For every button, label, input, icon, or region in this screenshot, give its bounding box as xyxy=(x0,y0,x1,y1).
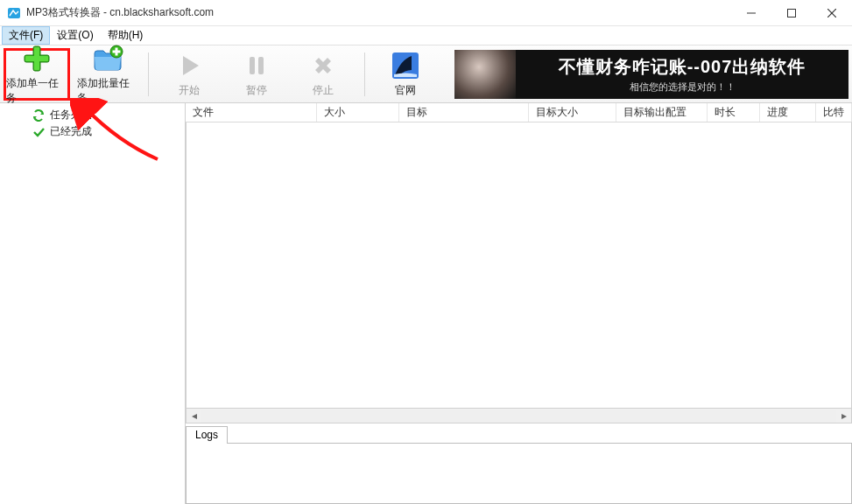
svg-rect-8 xyxy=(25,56,48,61)
ad-headline: 不懂财务咋记账--007出纳软件 xyxy=(559,55,806,79)
stop-x-icon xyxy=(307,50,339,81)
shark-icon xyxy=(390,50,421,81)
title-bar: MP3格式转换器 - cn.blacksharksoft.com xyxy=(0,0,852,26)
svg-rect-0 xyxy=(8,8,20,18)
content-pane: 文件 大小 目标 目标大小 目标输出配置 时长 进度 比特 ◂ ▸ Logs xyxy=(186,103,852,504)
logs-tabstrip: Logs xyxy=(186,425,852,443)
table-body[interactable] xyxy=(186,122,852,409)
svg-rect-13 xyxy=(258,57,264,74)
maximize-button[interactable] xyxy=(771,0,812,26)
toolbar-separator xyxy=(148,52,149,96)
tree-label-task-list: 任务列表 xyxy=(50,108,92,122)
toolbar: 添加单一任务 添加批量任务 开始 暂停 停止 xyxy=(0,46,852,103)
app-icon xyxy=(7,6,21,20)
pause-button[interactable]: 暂停 xyxy=(226,48,286,101)
window-title: MP3格式转换器 - cn.blacksharksoft.com xyxy=(26,5,214,20)
refresh-icon xyxy=(32,109,45,121)
horizontal-scrollbar[interactable]: ◂ ▸ xyxy=(186,409,852,424)
add-batch-task-label: 添加批量任务 xyxy=(77,76,137,106)
stop-label: 停止 xyxy=(313,83,334,98)
ad-subline: 相信您的选择是对的！！ xyxy=(630,80,736,94)
col-target-cfg[interactable]: 目标输出配置 xyxy=(616,103,708,122)
scroll-track[interactable] xyxy=(201,410,836,423)
pause-label: 暂停 xyxy=(246,83,267,98)
start-button[interactable]: 开始 xyxy=(159,48,220,101)
toolbar-separator xyxy=(364,52,365,96)
tree-item-done[interactable]: 已经完成 xyxy=(5,123,180,140)
check-icon xyxy=(32,126,45,137)
menu-bar: 文件(F) 设置(O) 帮助(H) xyxy=(0,26,852,46)
col-file[interactable]: 文件 xyxy=(186,103,317,122)
main-area: 任务列表 已经完成 文件 大小 目标 目标大小 目标输出配置 时长 进度 比特 … xyxy=(0,103,852,504)
svg-rect-12 xyxy=(250,57,255,74)
tree-item-task-list[interactable]: 任务列表 xyxy=(5,107,180,123)
scroll-right-icon[interactable]: ▸ xyxy=(836,410,851,423)
minimize-button[interactable] xyxy=(731,0,771,26)
add-batch-task-button[interactable]: 添加批量任务 xyxy=(77,48,137,101)
close-button[interactable] xyxy=(812,0,852,26)
col-progress[interactable]: 进度 xyxy=(760,103,816,122)
add-single-task-button[interactable]: 添加单一任务 xyxy=(4,48,70,101)
stop-button[interactable]: 停止 xyxy=(293,48,354,101)
col-target[interactable]: 目标 xyxy=(399,103,529,122)
logs-tab[interactable]: Logs xyxy=(186,426,228,444)
play-icon xyxy=(173,50,205,81)
svg-rect-11 xyxy=(112,50,120,52)
start-label: 开始 xyxy=(179,83,200,98)
svg-rect-2 xyxy=(788,9,796,17)
scroll-left-icon[interactable]: ◂ xyxy=(187,410,201,423)
sidebar: 任务列表 已经完成 xyxy=(0,103,186,504)
table-header: 文件 大小 目标 目标大小 目标输出配置 时长 进度 比特 xyxy=(186,103,852,122)
tree-label-done: 已经完成 xyxy=(50,124,92,139)
add-single-task-label: 添加单一任务 xyxy=(6,76,67,106)
ad-portrait xyxy=(454,50,516,99)
col-size[interactable]: 大小 xyxy=(317,103,399,122)
folder-plus-icon xyxy=(92,43,123,74)
pause-icon xyxy=(241,50,272,81)
website-button[interactable]: 官网 xyxy=(375,48,435,101)
col-bitrate[interactable]: 比特 xyxy=(816,103,852,122)
ad-banner[interactable]: 不懂财务咋记账--007出纳软件 相信您的选择是对的！！ xyxy=(454,50,848,99)
plus-icon xyxy=(21,43,53,74)
website-label: 官网 xyxy=(395,83,416,98)
col-target-size[interactable]: 目标大小 xyxy=(529,103,616,122)
col-duration[interactable]: 时长 xyxy=(708,103,760,122)
logs-panel[interactable] xyxy=(186,443,852,504)
